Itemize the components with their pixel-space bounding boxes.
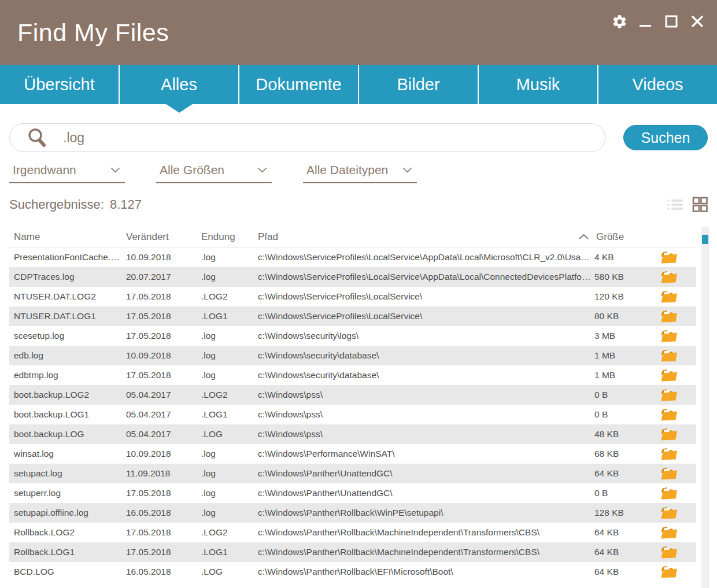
table-row[interactable]: setupact.log11.09.2018.logc:\Windows\Pan… <box>9 464 696 483</box>
tab-label: Videos <box>632 75 683 94</box>
vertical-scrollbar[interactable] <box>701 227 709 588</box>
folder-icon <box>660 428 678 441</box>
close-button[interactable] <box>689 13 705 30</box>
open-folder-button[interactable] <box>660 448 696 461</box>
magnifier-icon <box>27 127 47 148</box>
cell-modified: 20.07.2017 <box>126 272 201 282</box>
table-row[interactable]: NTUSER.DAT.LOG117.05.2018.LOG1c:\Windows… <box>9 306 696 326</box>
search-input[interactable] <box>63 130 572 146</box>
filter-dropdown-size[interactable]: Alle Größen <box>156 163 272 183</box>
open-folder-button[interactable] <box>660 330 696 343</box>
tab-uebersicht[interactable]: Übersicht <box>0 65 120 104</box>
cell-extension: .LOG <box>201 567 258 577</box>
open-folder-button[interactable] <box>660 349 696 363</box>
column-header-size-label: Größe <box>596 231 624 243</box>
cell-size: 3 MB <box>594 331 652 341</box>
column-header-path[interactable]: Pfad <box>258 231 594 243</box>
table-row[interactable]: PresentationFontCache.exe.log10.09.2018.… <box>9 247 696 267</box>
open-folder-button[interactable] <box>660 428 696 441</box>
open-folder-button[interactable] <box>660 487 696 500</box>
minimize-button[interactable] <box>637 13 653 30</box>
table-row[interactable]: boot.backup.LOG05.04.2017.LOGc:\Windows\… <box>9 424 696 444</box>
open-folder-button[interactable] <box>660 369 696 382</box>
cell-name: scesetup.log <box>14 331 126 341</box>
open-folder-button[interactable] <box>660 310 696 323</box>
grid-view-icon[interactable] <box>692 197 708 212</box>
table-row[interactable]: NTUSER.DAT.LOG217.05.2018.LOG2c:\Windows… <box>9 287 696 306</box>
table-row[interactable]: edb.log10.09.2018.logc:\Windows\security… <box>9 346 696 365</box>
tab-label: Alles <box>161 75 197 94</box>
table-row[interactable]: BCD.LOG16.05.2018.LOGc:\Windows\Panther\… <box>9 562 696 582</box>
cell-extension: .log <box>201 350 258 361</box>
cell-path: c:\Windows\Panther\UnattendGC\ <box>258 468 594 479</box>
cell-path: c:\Windows\security\logs\ <box>258 331 594 341</box>
open-folder-button[interactable] <box>660 271 696 284</box>
table-row[interactable]: edbtmp.log17.05.2018.logc:\Windows\secur… <box>9 365 696 385</box>
filter-dropdown-filetype[interactable]: Alle Dateitypen <box>303 163 417 183</box>
open-folder-button[interactable] <box>660 251 696 264</box>
search-box <box>9 123 605 152</box>
cell-modified: 16.05.2018 <box>126 567 201 577</box>
cell-path: c:\Windows\Panther\Rollback\EFI\Microsof… <box>258 567 594 577</box>
cell-size: 48 KB <box>594 429 652 439</box>
cell-path: c:\Windows\security\database\ <box>258 350 594 361</box>
cell-size: 120 KB <box>594 291 652 302</box>
open-folder-button[interactable] <box>660 526 696 539</box>
filter-label: Irgendwann <box>13 163 76 177</box>
cell-modified: 17.05.2018 <box>126 488 201 498</box>
scrollbar-thumb[interactable] <box>702 235 708 244</box>
table-row[interactable]: setupapi.offline.log16.05.2018.logc:\Win… <box>9 503 696 523</box>
cell-name: boot.backup.LOG <box>14 429 126 439</box>
column-header-name[interactable]: Name <box>14 231 126 243</box>
open-folder-button[interactable] <box>660 290 696 304</box>
cell-name: setupact.log <box>14 468 126 479</box>
tab-dokumente[interactable]: Dokumente <box>239 65 359 104</box>
cell-name: NTUSER.DAT.LOG1 <box>14 311 126 321</box>
column-header-modified[interactable]: Verändert <box>126 231 201 243</box>
results-table: Name Verändert Endung Pfad Größe Present… <box>9 227 696 582</box>
cell-size: 0 B <box>594 390 652 400</box>
open-folder-button[interactable] <box>660 506 696 520</box>
column-header-extension[interactable]: Endung <box>201 231 258 243</box>
open-folder-button[interactable] <box>660 546 696 559</box>
open-folder-button[interactable] <box>660 389 696 402</box>
tab-musik[interactable]: Musik <box>479 65 598 104</box>
maximize-button[interactable] <box>663 13 679 30</box>
tab-bilder[interactable]: Bilder <box>359 65 479 104</box>
folder-icon <box>660 389 678 402</box>
table-row[interactable]: setuperr.log17.05.2018.logc:\Windows\Pan… <box>9 483 696 503</box>
table-row[interactable]: Rollback.LOG117.05.2018.LOG1c:\Windows\P… <box>9 542 696 562</box>
filter-label: Alle Dateitypen <box>306 163 388 177</box>
open-folder-button[interactable] <box>660 565 696 579</box>
cell-size: 64 KB <box>594 527 652 538</box>
open-folder-button[interactable] <box>660 467 696 480</box>
table-row[interactable]: winsat.log10.09.2018.logc:\Windows\Perfo… <box>9 444 696 464</box>
column-header-size[interactable]: Größe <box>578 231 652 243</box>
active-tab-pointer-icon <box>166 104 193 113</box>
cell-name: boot.backup.LOG1 <box>14 409 126 420</box>
cell-extension: .log <box>201 331 258 341</box>
table-row[interactable]: scesetup.log17.05.2018.logc:\Windows\sec… <box>9 326 696 346</box>
list-view-icon[interactable] <box>667 198 683 212</box>
table-row[interactable]: Rollback.LOG217.05.2018.LOG2c:\Windows\P… <box>9 523 696 542</box>
settings-button[interactable] <box>611 13 627 30</box>
cell-extension: .log <box>201 449 258 459</box>
search-button[interactable]: Suchen <box>623 125 708 150</box>
table-row[interactable]: CDPTraces.log20.07.2017.logc:\Windows\Se… <box>9 267 696 287</box>
cell-extension: .log <box>201 508 258 518</box>
folder-icon <box>660 546 678 559</box>
folder-icon <box>660 487 678 500</box>
open-folder-button[interactable] <box>660 408 696 421</box>
cell-name: setuperr.log <box>14 488 126 498</box>
cell-modified: 05.04.2017 <box>126 429 201 439</box>
cell-modified: 17.05.2018 <box>126 547 201 557</box>
tab-videos[interactable]: Videos <box>598 65 717 104</box>
cell-name: edb.log <box>14 350 126 361</box>
tab-alles[interactable]: Alles <box>120 65 239 104</box>
sort-ascending-icon <box>578 234 589 240</box>
table-row[interactable]: boot.backup.LOG205.04.2017.LOG2c:\Window… <box>9 385 696 405</box>
filter-dropdown-date[interactable]: Irgendwann <box>9 163 125 183</box>
folder-icon <box>660 290 678 304</box>
table-row[interactable]: boot.backup.LOG105.04.2017.LOG1c:\Window… <box>9 405 696 424</box>
cell-name: setupapi.offline.log <box>14 508 126 518</box>
